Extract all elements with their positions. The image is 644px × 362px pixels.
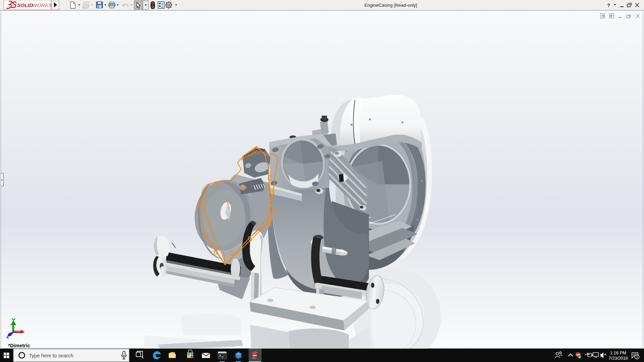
svg-text:SOLID: SOLID bbox=[17, 2, 33, 8]
svg-text:?: ? bbox=[607, 2, 610, 8]
svg-text:3: 3 bbox=[636, 355, 638, 359]
svg-text:7/23/2018: 7/23/2018 bbox=[608, 356, 628, 361]
svg-text:SW: SW bbox=[253, 354, 257, 357]
svg-text:Type here to search: Type here to search bbox=[29, 353, 73, 358]
svg-text:2017: 2017 bbox=[252, 357, 257, 359]
svg-text:1:16 PM: 1:16 PM bbox=[610, 350, 626, 355]
svg-text:*Dimetric: *Dimetric bbox=[8, 343, 30, 348]
svg-text:WORKS: WORKS bbox=[32, 2, 52, 8]
